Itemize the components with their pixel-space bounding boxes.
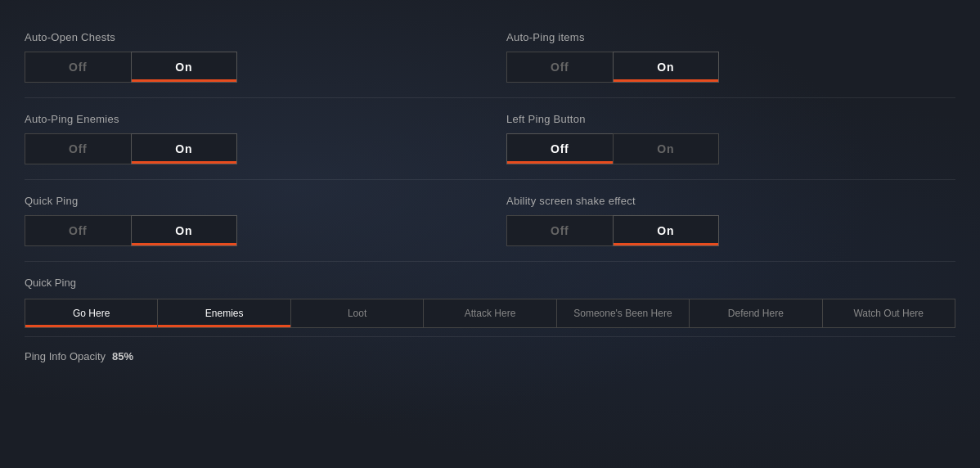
ping-watch-out-here[interactable]: Watch Out Here (822, 299, 955, 328)
auto-ping-enemies-on[interactable]: On (131, 133, 238, 164)
auto-ping-items-label: Auto-Ping items (506, 31, 955, 43)
quick-ping-off[interactable]: Off (25, 215, 131, 246)
ability-screen-shake-setting: Ability screen shake effect Off On (506, 195, 955, 246)
ping-info-opacity-row: Ping Info Opacity 85% (25, 337, 955, 362)
auto-ping-items-on[interactable]: On (613, 52, 720, 83)
ability-screen-shake-off[interactable]: Off (506, 215, 613, 246)
ping-defend-here[interactable]: Defend Here (689, 299, 821, 328)
ping-someones-been-here[interactable]: Someone's Been Here (556, 299, 689, 328)
auto-open-chests-label: Auto-Open Chests (25, 31, 474, 43)
auto-open-chests-toggle: Off On (25, 52, 237, 83)
settings-container: Auto-Open Chests Off On Auto-Ping items … (0, 0, 980, 379)
auto-ping-items-setting: Auto-Ping items Off On (506, 31, 955, 83)
settings-row-1: Auto-Open Chests Off On Auto-Ping items … (25, 16, 955, 98)
ping-info-opacity-value: 85% (112, 350, 133, 362)
quick-ping-toggle-setting: Quick Ping Off On (25, 195, 506, 246)
settings-row-3: Quick Ping Off On Ability screen shake e… (25, 180, 955, 262)
auto-ping-enemies-setting: Auto-Ping Enemies Off On (25, 113, 506, 164)
auto-ping-items-toggle: Off On (506, 52, 719, 83)
auto-ping-enemies-off[interactable]: Off (25, 133, 131, 164)
quick-ping-section-label: Quick Ping (25, 277, 955, 289)
quick-ping-toggle-group: Off On (25, 215, 237, 246)
ability-screen-shake-toggle: Off On (506, 215, 719, 246)
auto-ping-enemies-toggle: Off On (25, 133, 237, 164)
auto-ping-items-off[interactable]: Off (506, 52, 613, 83)
left-ping-button-toggle: Off On (506, 133, 719, 164)
auto-open-chests-off[interactable]: Off (25, 52, 131, 83)
auto-open-chests-on[interactable]: On (131, 52, 238, 83)
auto-open-chests-setting: Auto-Open Chests Off On (25, 31, 506, 83)
ping-go-here[interactable]: Go Here (25, 299, 157, 328)
ping-loot[interactable]: Loot (290, 299, 423, 328)
ability-screen-shake-on[interactable]: On (613, 215, 720, 246)
ping-options-group: Go Here Enemies Loot Attack Here Someone… (25, 299, 955, 328)
settings-row-2: Auto-Ping Enemies Off On Left Ping Butto… (25, 98, 955, 180)
ability-screen-shake-label: Ability screen shake effect (506, 195, 955, 207)
auto-ping-enemies-label: Auto-Ping Enemies (25, 113, 474, 125)
ping-enemies[interactable]: Enemies (157, 299, 290, 328)
left-ping-button-label: Left Ping Button (506, 113, 955, 125)
left-ping-button-setting: Left Ping Button Off On (506, 113, 955, 164)
quick-ping-toggle-label: Quick Ping (25, 195, 474, 207)
quick-ping-on[interactable]: On (131, 215, 238, 246)
left-ping-button-off[interactable]: Off (506, 133, 613, 164)
quick-ping-section: Quick Ping Go Here Enemies Loot Attack H… (25, 262, 955, 337)
left-ping-button-on[interactable]: On (613, 133, 720, 164)
ping-attack-here[interactable]: Attack Here (423, 299, 555, 328)
ping-info-opacity-label: Ping Info Opacity (25, 350, 106, 362)
